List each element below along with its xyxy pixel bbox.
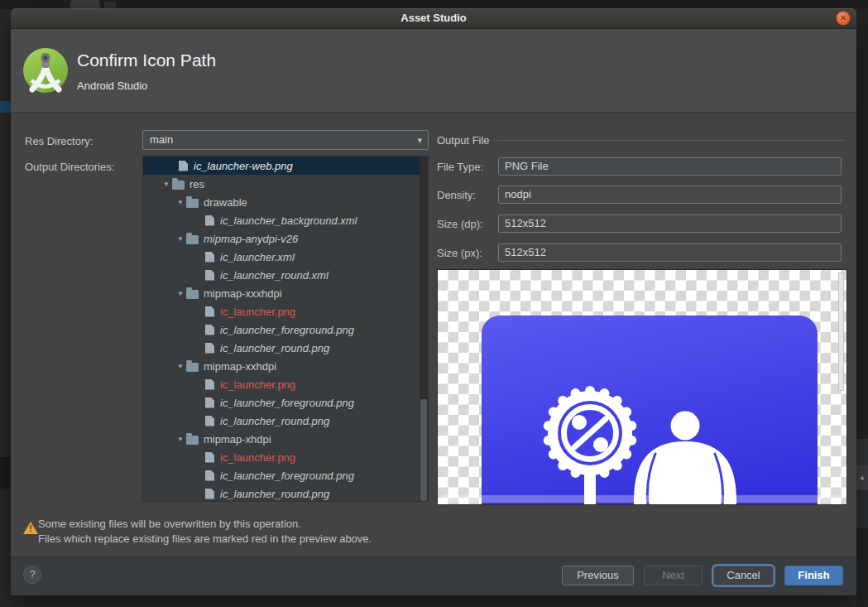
output-directories-label: Output Directories: [25,161,114,173]
file-icon [205,306,214,317]
tree-item[interactable]: ic_launcher_round.png [143,339,428,357]
tree-item-label: mipmap-xxhdpi [204,360,276,373]
density-label: Density: [437,189,476,201]
chevron-down-icon[interactable]: ▼ [175,363,186,370]
previous-button[interactable]: Previous [562,566,634,585]
tree-item-label: ic_launcher-web.png [194,160,293,172]
folder-icon [186,199,199,208]
tree-item-label: ic_launcher_foreground.png [220,324,354,336]
res-directory-label: Res Directory: [25,135,93,147]
file-icon [205,489,214,499]
file-icon [205,397,214,408]
folder-icon [186,363,199,372]
file-type-label: File Type: [437,161,483,173]
tree-item[interactable]: ic_launcher_foreground.png [143,393,428,412]
tree-item[interactable]: ic_launcher-web.png [143,157,428,175]
tree-item-label: ic_launcher_background.xml [220,214,357,227]
size-px-label: Size (px): [437,247,482,259]
window-title: Asset Studio [11,12,856,24]
file-icon [205,270,214,281]
tree-item[interactable]: ic_launcher.xml [143,248,428,266]
tree-item-label: mipmap-anydpi-v26 [204,233,298,245]
file-type-field[interactable]: PNG File [498,157,842,176]
tree-item[interactable]: ic_launcher.png [143,448,428,466]
file-icon [205,416,214,426]
tree-item-label: ic_launcher_round.png [220,415,329,427]
help-button[interactable]: ? [23,566,41,584]
chevron-down-icon[interactable]: ▼ [175,199,186,206]
tree-item[interactable]: ▼ mipmap-xhdpi [143,430,428,448]
folder-icon [172,181,185,190]
tree-item-label: ic_launcher_foreground.png [220,397,354,409]
tree-item[interactable]: ▼ drawable [143,193,428,211]
scroll-up-icon: ▲ [856,465,868,490]
tree-item[interactable]: ic_launcher.png [143,375,428,393]
file-icon [205,325,214,335]
size-dp-label: Size (dp): [437,218,483,230]
background-selection-strip [0,101,11,113]
tree-scrollbar-track[interactable] [420,157,428,501]
density-field[interactable]: nodpi [498,185,842,204]
android-studio-logo [22,47,69,94]
tree-item[interactable]: ic_launcher_foreground.png [143,320,428,339]
folder-icon [186,290,199,299]
chevron-down-icon[interactable]: ▼ [175,436,186,443]
tree-item[interactable]: ▼ res [143,175,428,193]
wizard-header: Confirm Icon Path Android Studio [11,29,856,113]
size-dp-field[interactable]: 512x512 [498,214,842,233]
tree-item-label: ic_launcher.png [220,306,295,318]
tree-item-label: mipmap-xhdpi [204,433,271,446]
background-scrollbar-track [856,490,868,528]
output-directories-tree[interactable]: ic_launcher-web.png ▼ res ▼ drawable ic_… [142,156,429,502]
warning-line-1: Some existing files will be overwritten … [38,518,301,530]
footer-bar: ? Previous Next Cancel Finish [11,557,856,595]
tree-item-label: ic_launcher_foreground.png [220,470,354,482]
res-directory-value: main [150,133,173,146]
file-icon [179,161,188,171]
tree-item[interactable]: ic_launcher_round.xml [143,266,428,284]
tree-item[interactable]: ▼ mipmap-xxhdpi [143,357,428,375]
tree-item[interactable]: ic_launcher_foreground.png [143,466,428,484]
folder-icon [186,235,199,244]
warning-icon-mark: ! [23,523,38,534]
page-title: Confirm Icon Path [77,51,216,70]
file-icon [205,215,214,226]
res-directory-select[interactable]: main ▾ [142,130,429,150]
file-icon [205,452,214,463]
tree-item-label: ic_launcher.png [220,451,295,464]
launcher-icon-image [438,270,846,504]
asset-studio-dialog: Asset Studio ✕ Confirm Icon Path Android… [11,8,856,595]
tree-item[interactable]: ▼ mipmap-anydpi-v26 [143,229,428,248]
tree-item[interactable]: ic_launcher_background.xml [143,211,428,229]
tree-item-label: ic_launcher.png [220,378,295,391]
chevron-down-icon[interactable]: ▼ [175,235,186,243]
output-file-section-title: Output File [437,134,490,147]
tree-item[interactable]: ic_launcher_round.png [143,412,428,430]
tree-item-label: ic_launcher_round.png [220,488,329,500]
tree-item-label: ic_launcher_round.xml [220,269,328,282]
page-subtitle: Android Studio [77,79,147,92]
tree-item-label: ic_launcher.xml [220,251,295,263]
warning-line-2: Files which replace existing files are m… [38,532,372,545]
folder-icon [186,436,199,445]
tree-item-label: mipmap-xxxhdpi [204,287,282,300]
chevron-down-icon[interactable]: ▼ [175,290,186,297]
title-bar[interactable]: Asset Studio ✕ [11,8,856,29]
icon-preview [437,269,847,505]
tree-item[interactable]: ic_launcher_round.png [143,484,428,502]
preview-scrollbar-horizontal[interactable] [441,495,839,503]
chevron-down-icon[interactable]: ▼ [161,181,172,188]
next-button: Next [644,566,703,585]
cancel-button[interactable]: Cancel [713,566,774,585]
tree-scrollbar-thumb[interactable] [420,399,427,501]
preview-scrollbar-vertical[interactable] [838,272,844,391]
size-px-field[interactable]: 512x512 [498,243,842,262]
file-icon [205,252,214,263]
file-icon [205,470,214,481]
close-icon[interactable]: ✕ [836,11,851,26]
tree-item[interactable]: ic_launcher.png [143,302,428,320]
chevron-down-icon: ▾ [417,131,422,149]
finish-button[interactable]: Finish [784,566,843,585]
tree-item[interactable]: ▼ mipmap-xxxhdpi [143,284,428,302]
tree-item-label: ic_launcher_round.png [220,342,329,354]
